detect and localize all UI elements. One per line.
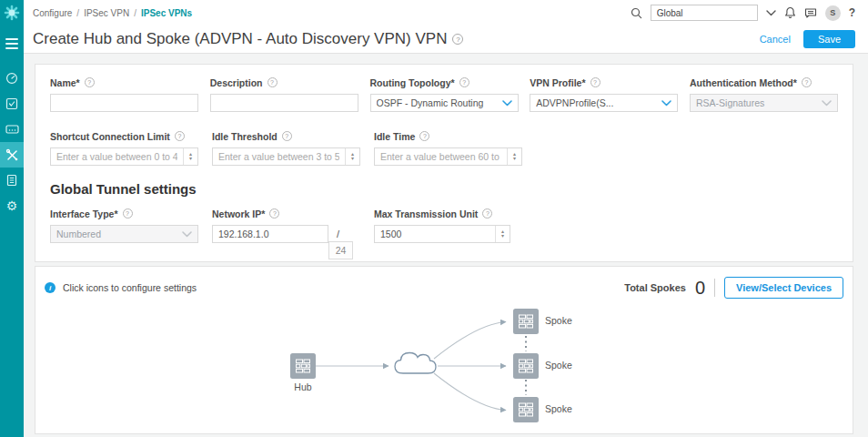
notifications-bell-icon[interactable] — [784, 6, 796, 19]
spinner-down-icon[interactable]: ▾ — [513, 157, 516, 161]
mtu-input[interactable] — [375, 226, 495, 242]
breadcrumb-separator: / — [76, 8, 79, 18]
mtu-stepper: ▴▾ — [374, 225, 510, 243]
shortcut-limit-field: Shortcut Connection Limit? ▴▾ — [50, 131, 198, 166]
chevron-down-icon — [822, 100, 832, 107]
top-bar: Configure / IPSec VPN / IPSec VPNs S ? — [24, 0, 868, 25]
total-spokes-value: 0 — [695, 278, 705, 299]
auth-method-value: RSA-Signatures — [696, 97, 822, 108]
description-label: Description — [210, 77, 263, 88]
devices-icon — [5, 124, 19, 135]
search-icon[interactable] — [631, 7, 642, 19]
mtu-label: Max Transmission Unit — [374, 208, 478, 219]
network-ip-input[interactable] — [212, 225, 328, 243]
cidr-separator: / — [337, 229, 339, 239]
name-label: Name* — [50, 77, 80, 88]
vpn-profile-select[interactable]: ADVPNProfile(S... — [530, 94, 678, 112]
idle-time-input[interactable] — [375, 148, 507, 165]
idle-threshold-input[interactable] — [213, 148, 345, 165]
subnet-mask-value: 24 — [328, 241, 353, 259]
vpn-profile-help-icon[interactable]: ? — [590, 77, 601, 87]
link-cloud-spoke1 — [434, 322, 506, 360]
shortcut-limit-stepper: ▴▾ — [50, 147, 198, 166]
mtu-field: Max Transmission Unit? ▴▾ — [374, 208, 510, 243]
sidebar-item-reports[interactable] — [0, 168, 24, 193]
idle-threshold-help-icon[interactable]: ? — [282, 131, 292, 141]
user-avatar[interactable]: S — [825, 5, 841, 21]
spinner-down-icon[interactable]: ▾ — [501, 234, 504, 239]
spoke-node-icon[interactable] — [513, 309, 539, 334]
routing-topology-label: Routing Topology* — [370, 77, 455, 88]
spoke-label: Spoke — [545, 360, 572, 371]
breadcrumb-separator: / — [134, 8, 136, 18]
network-ip-label: Network IP* — [212, 208, 265, 219]
spoke-node-icon[interactable] — [513, 397, 539, 422]
idle-time-stepper: ▴▾ — [374, 147, 522, 166]
routing-topology-help-icon[interactable]: ? — [459, 77, 469, 87]
spinner-down-icon[interactable]: ▾ — [351, 157, 354, 161]
title-help-icon[interactable]: ? — [452, 34, 463, 45]
chevron-down-icon[interactable] — [766, 10, 776, 16]
view-select-devices-button[interactable]: View/Select Devices — [724, 277, 843, 299]
idle-time-help-icon[interactable]: ? — [419, 131, 429, 141]
main-area: Configure / IPSec VPN / IPSec VPNs S ? — [24, 0, 868, 437]
sidebar-item-configure[interactable] — [0, 142, 24, 168]
vpn-profile-value: ADVPNProfile(S... — [536, 97, 661, 108]
description-help-icon[interactable]: ? — [267, 77, 278, 87]
description-input[interactable] — [210, 94, 358, 112]
menu-toggle-icon[interactable] — [0, 33, 24, 55]
topology-card: i Click icons to configure settings Tota… — [35, 266, 853, 434]
interface-type-select: Numbered — [50, 225, 198, 243]
idle-threshold-stepper: ▴▾ — [212, 147, 360, 166]
sidebar-item-monitor[interactable] — [0, 91, 24, 117]
shortcut-limit-help-icon[interactable]: ? — [175, 131, 185, 141]
routing-topology-field: Routing Topology*? OSPF - Dynamic Routin… — [370, 77, 519, 112]
shortcut-limit-label: Shortcut Connection Limit — [50, 131, 170, 142]
description-field: Description? — [210, 77, 358, 112]
auth-method-help-icon[interactable]: ? — [802, 77, 812, 87]
name-help-icon[interactable]: ? — [85, 77, 95, 87]
dashboard-icon — [5, 72, 18, 85]
topology-hint: Click icons to configure settings — [63, 282, 197, 293]
divider — [714, 279, 715, 297]
name-input[interactable] — [50, 94, 198, 112]
sidebar-item-administration[interactable]: ⚙ — [0, 193, 24, 218]
spinner-down-icon[interactable]: ▾ — [189, 157, 192, 161]
title-bar: Create Hub and Spoke (ADVPN - Auto Disco… — [24, 25, 868, 54]
help-icon[interactable]: ? — [849, 6, 855, 19]
spoke-label: Spoke — [545, 403, 572, 414]
breadcrumb-ipsec-vpn[interactable]: IPSec VPN — [84, 8, 129, 18]
mtu-help-icon[interactable]: ? — [482, 208, 492, 218]
interface-type-value: Numbered — [56, 229, 182, 239]
shortcut-limit-input[interactable] — [51, 148, 183, 165]
internet-cloud-icon — [395, 353, 436, 374]
hub-node-icon[interactable] — [290, 353, 316, 379]
interface-type-label: Interface Type* — [50, 208, 118, 219]
network-ip-help-icon[interactable]: ? — [269, 208, 279, 218]
spoke-label: Spoke — [545, 315, 572, 326]
interface-type-help-icon[interactable]: ? — [123, 208, 133, 218]
scope-input[interactable] — [651, 5, 758, 21]
idle-time-field: Idle Time? ▴▾ — [374, 131, 522, 166]
vpn-profile-field: VPN Profile*? ADVPNProfile(S... — [530, 77, 678, 112]
link-cloud-spoke3 — [434, 373, 506, 411]
chevron-down-icon — [502, 100, 512, 107]
global-tunnel-settings-heading: Global Tunnel settings — [50, 181, 838, 197]
breadcrumb-ipsec-vpns[interactable]: IPSec VPNs — [141, 8, 192, 18]
breadcrumb-configure[interactable]: Configure — [33, 8, 72, 18]
routing-topology-value: OSPF - Dynamic Routing — [377, 97, 502, 108]
sidebar-item-dashboard[interactable] — [0, 66, 24, 91]
app-logo-icon[interactable] — [0, 0, 24, 25]
idle-threshold-field: Idle Threshold? ▴▾ — [212, 131, 360, 166]
sidebar-item-devices[interactable] — [0, 117, 24, 142]
idle-threshold-label: Idle Threshold — [212, 131, 278, 142]
routing-topology-select[interactable]: OSPF - Dynamic Routing — [370, 94, 519, 112]
spoke-node-icon[interactable] — [513, 353, 539, 379]
monitor-check-icon — [5, 97, 18, 110]
idle-time-label: Idle Time — [374, 131, 415, 142]
cancel-button[interactable]: Cancel — [760, 34, 791, 45]
vpn-form-card: Name*? Description? Routing Topology*? O… — [35, 64, 853, 262]
breadcrumb: Configure / IPSec VPN / IPSec VPNs — [33, 8, 192, 18]
save-button[interactable]: Save — [803, 30, 855, 48]
feedback-chat-icon[interactable] — [804, 7, 817, 19]
